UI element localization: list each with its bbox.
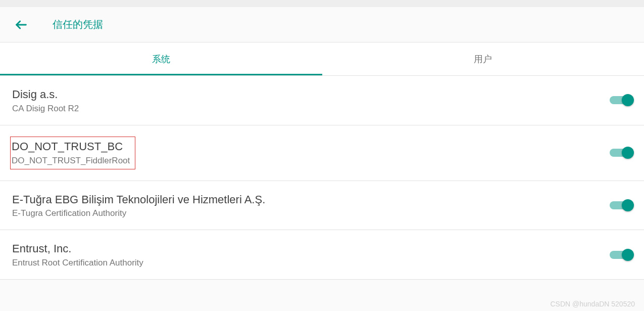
cert-subtitle: E-Tugra Certification Authority: [12, 208, 265, 218]
cert-subtitle: DO_NOT_TRUST_FiddlerRoot: [12, 156, 130, 166]
toggle-switch[interactable]: [610, 94, 632, 106]
cert-title: DO_NOT_TRUST_BC: [12, 139, 130, 155]
switch-thumb: [622, 94, 634, 106]
tab-system[interactable]: 系统: [0, 42, 322, 75]
switch-thumb: [622, 249, 634, 261]
cert-info: Disig a.s. CA Disig Root R2: [12, 87, 79, 114]
toggle-switch[interactable]: [610, 147, 632, 159]
tab-bar: 系统 用户: [0, 42, 644, 76]
list-item[interactable]: Disig a.s. CA Disig Root R2: [0, 76, 644, 125]
tab-user[interactable]: 用户: [322, 42, 645, 75]
status-bar-spacer: [0, 0, 644, 7]
toggle-switch[interactable]: [610, 199, 632, 211]
back-arrow-icon[interactable]: [14, 18, 28, 32]
tab-user-label: 用户: [474, 53, 492, 65]
cert-subtitle: Entrust Root Certification Authority: [12, 258, 143, 268]
cert-info-highlighted: DO_NOT_TRUST_BC DO_NOT_TRUST_FiddlerRoot: [10, 137, 135, 169]
toggle-switch[interactable]: [610, 249, 632, 261]
cert-info: Entrust, Inc. Entrust Root Certification…: [12, 241, 143, 268]
list-item[interactable]: Entrust, Inc. Entrust Root Certification…: [0, 230, 644, 280]
switch-thumb: [622, 147, 634, 159]
page-title: 信任的凭据: [53, 18, 103, 31]
list-item[interactable]: E-Tuğra EBG Bilişim Teknolojileri ve Hiz…: [0, 181, 644, 231]
cert-title: E-Tuğra EBG Bilişim Teknolojileri ve Hiz…: [12, 192, 265, 208]
certificate-list: Disig a.s. CA Disig Root R2 DO_NOT_TRUST…: [0, 76, 644, 280]
app-header: 信任的凭据: [0, 7, 644, 42]
tab-system-label: 系统: [152, 53, 170, 65]
watermark-text: CSDN @hundaDN 520520: [550, 300, 635, 308]
cert-title: Disig a.s.: [12, 87, 79, 103]
cert-title: Entrust, Inc.: [12, 241, 143, 257]
cert-subtitle: CA Disig Root R2: [12, 104, 79, 114]
cert-info: E-Tuğra EBG Bilişim Teknolojileri ve Hiz…: [12, 192, 265, 219]
switch-thumb: [622, 199, 634, 211]
list-item[interactable]: DO_NOT_TRUST_BC DO_NOT_TRUST_FiddlerRoot: [0, 125, 644, 181]
